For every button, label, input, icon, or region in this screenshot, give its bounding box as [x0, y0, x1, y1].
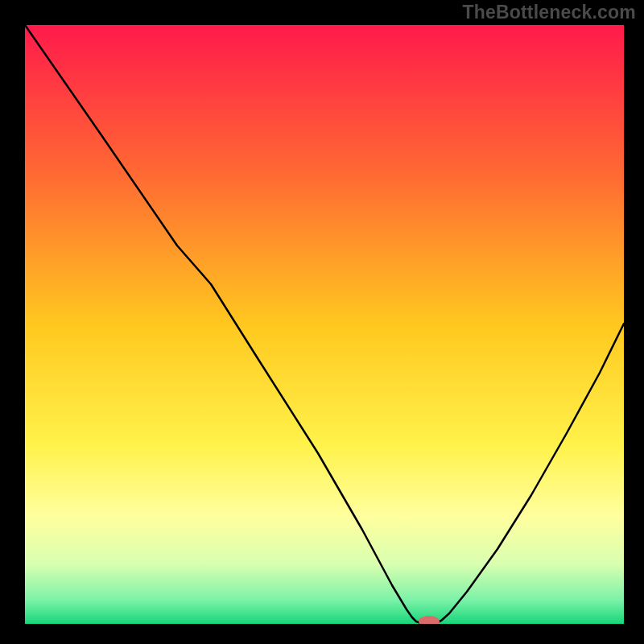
plot-background: [25, 25, 624, 624]
chart-svg: [0, 0, 644, 644]
chart-frame: TheBottleneck.com: [0, 0, 644, 644]
optimal-marker: [419, 616, 440, 627]
